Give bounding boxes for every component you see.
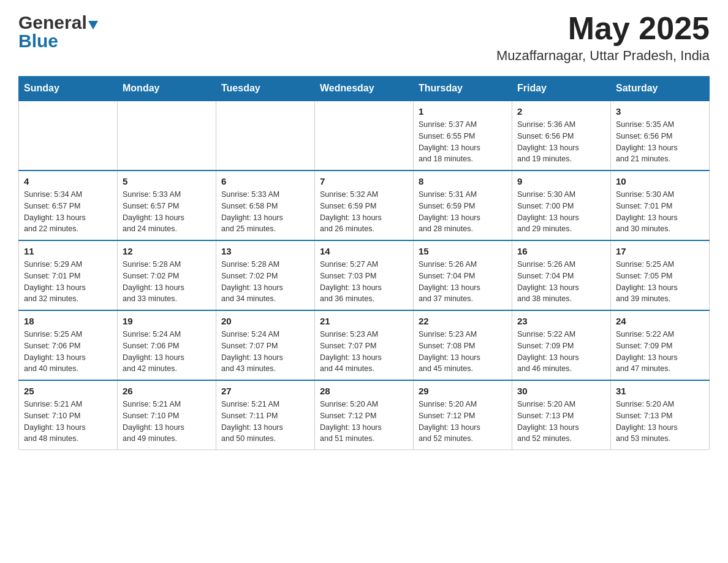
day-number: 1 — [419, 106, 507, 117]
table-row: 2Sunrise: 5:36 AMSunset: 6:56 PMDaylight… — [512, 101, 611, 170]
day-number: 15 — [419, 246, 507, 256]
day-info: Sunrise: 5:26 AMSunset: 7:04 PMDaylight:… — [517, 259, 605, 305]
calendar-week-row: 25Sunrise: 5:21 AMSunset: 7:10 PMDayligh… — [19, 380, 710, 450]
location-subtitle: Muzaffarnagar, Uttar Pradesh, India — [496, 48, 710, 64]
table-row: 10Sunrise: 5:30 AMSunset: 7:01 PMDayligh… — [611, 170, 710, 240]
calendar-week-row: 11Sunrise: 5:29 AMSunset: 7:01 PMDayligh… — [19, 240, 710, 310]
table-row: 25Sunrise: 5:21 AMSunset: 7:10 PMDayligh… — [19, 380, 118, 450]
day-number: 19 — [123, 316, 211, 326]
day-number: 31 — [616, 386, 704, 396]
day-number: 7 — [320, 176, 408, 186]
table-row — [19, 101, 118, 170]
day-info: Sunrise: 5:20 AMSunset: 7:13 PMDaylight:… — [517, 399, 605, 445]
col-friday: Friday — [512, 77, 611, 101]
table-row: 9Sunrise: 5:30 AMSunset: 7:00 PMDaylight… — [512, 170, 611, 240]
day-info: Sunrise: 5:23 AMSunset: 7:08 PMDaylight:… — [419, 329, 507, 375]
table-row: 18Sunrise: 5:25 AMSunset: 7:06 PMDayligh… — [19, 310, 118, 380]
table-row: 30Sunrise: 5:20 AMSunset: 7:13 PMDayligh… — [512, 380, 611, 450]
table-row: 19Sunrise: 5:24 AMSunset: 7:06 PMDayligh… — [118, 310, 216, 380]
day-number: 28 — [320, 386, 408, 396]
col-saturday: Saturday — [611, 77, 710, 101]
calendar-table: Sunday Monday Tuesday Wednesday Thursday… — [18, 76, 710, 450]
day-info: Sunrise: 5:32 AMSunset: 6:59 PMDaylight:… — [320, 189, 408, 235]
logo-blue-text: Blue — [18, 31, 98, 52]
table-row: 17Sunrise: 5:25 AMSunset: 7:05 PMDayligh… — [611, 240, 710, 310]
day-info: Sunrise: 5:36 AMSunset: 6:56 PMDaylight:… — [517, 119, 605, 165]
day-number: 11 — [24, 246, 112, 256]
table-row: 15Sunrise: 5:26 AMSunset: 7:04 PMDayligh… — [414, 240, 512, 310]
page-header: General Blue May 2025 Muzaffarnagar, Utt… — [18, 12, 710, 64]
day-info: Sunrise: 5:37 AMSunset: 6:55 PMDaylight:… — [419, 119, 507, 165]
day-number: 29 — [419, 386, 507, 396]
table-row: 14Sunrise: 5:27 AMSunset: 7:03 PMDayligh… — [315, 240, 414, 310]
day-number: 17 — [616, 246, 704, 256]
day-info: Sunrise: 5:21 AMSunset: 7:10 PMDaylight:… — [123, 399, 211, 445]
day-info: Sunrise: 5:30 AMSunset: 7:01 PMDaylight:… — [616, 189, 704, 235]
table-row: 21Sunrise: 5:23 AMSunset: 7:07 PMDayligh… — [315, 310, 414, 380]
day-info: Sunrise: 5:25 AMSunset: 7:06 PMDaylight:… — [24, 329, 112, 375]
logo-triangle-icon — [88, 21, 98, 29]
day-info: Sunrise: 5:33 AMSunset: 6:58 PMDaylight:… — [221, 189, 309, 235]
day-info: Sunrise: 5:28 AMSunset: 7:02 PMDaylight:… — [123, 259, 211, 305]
day-number: 16 — [517, 246, 605, 256]
day-info: Sunrise: 5:21 AMSunset: 7:11 PMDaylight:… — [221, 399, 309, 445]
day-info: Sunrise: 5:31 AMSunset: 6:59 PMDaylight:… — [419, 189, 507, 235]
table-row: 12Sunrise: 5:28 AMSunset: 7:02 PMDayligh… — [118, 240, 216, 310]
day-info: Sunrise: 5:21 AMSunset: 7:10 PMDaylight:… — [24, 399, 112, 445]
day-info: Sunrise: 5:34 AMSunset: 6:57 PMDaylight:… — [24, 189, 112, 235]
day-number: 13 — [221, 246, 309, 256]
day-number: 30 — [517, 386, 605, 396]
day-info: Sunrise: 5:26 AMSunset: 7:04 PMDaylight:… — [419, 259, 507, 305]
logo-general-text: General — [18, 12, 87, 33]
day-number: 14 — [320, 246, 408, 256]
day-number: 2 — [517, 106, 605, 117]
day-number: 23 — [517, 316, 605, 326]
col-wednesday: Wednesday — [315, 77, 414, 101]
day-info: Sunrise: 5:24 AMSunset: 7:07 PMDaylight:… — [221, 329, 309, 375]
table-row: 6Sunrise: 5:33 AMSunset: 6:58 PMDaylight… — [216, 170, 315, 240]
table-row — [315, 101, 414, 170]
table-row: 22Sunrise: 5:23 AMSunset: 7:08 PMDayligh… — [414, 310, 512, 380]
calendar-week-row: 18Sunrise: 5:25 AMSunset: 7:06 PMDayligh… — [19, 310, 710, 380]
day-info: Sunrise: 5:20 AMSunset: 7:12 PMDaylight:… — [320, 399, 408, 445]
day-number: 9 — [517, 176, 605, 186]
table-row: 29Sunrise: 5:20 AMSunset: 7:12 PMDayligh… — [414, 380, 512, 450]
col-monday: Monday — [118, 77, 216, 101]
day-info: Sunrise: 5:20 AMSunset: 7:12 PMDaylight:… — [419, 399, 507, 445]
table-row: 7Sunrise: 5:32 AMSunset: 6:59 PMDaylight… — [315, 170, 414, 240]
calendar-header-row: Sunday Monday Tuesday Wednesday Thursday… — [19, 77, 710, 101]
day-info: Sunrise: 5:20 AMSunset: 7:13 PMDaylight:… — [616, 399, 704, 445]
table-row: 1Sunrise: 5:37 AMSunset: 6:55 PMDaylight… — [414, 101, 512, 170]
day-number: 22 — [419, 316, 507, 326]
day-number: 8 — [419, 176, 507, 186]
day-number: 12 — [123, 246, 211, 256]
day-info: Sunrise: 5:23 AMSunset: 7:07 PMDaylight:… — [320, 329, 408, 375]
day-number: 4 — [24, 176, 112, 186]
table-row: 5Sunrise: 5:33 AMSunset: 6:57 PMDaylight… — [118, 170, 216, 240]
table-row: 27Sunrise: 5:21 AMSunset: 7:11 PMDayligh… — [216, 380, 315, 450]
title-block: May 2025 Muzaffarnagar, Uttar Pradesh, I… — [496, 12, 710, 64]
calendar-week-row: 4Sunrise: 5:34 AMSunset: 6:57 PMDaylight… — [19, 170, 710, 240]
day-info: Sunrise: 5:24 AMSunset: 7:06 PMDaylight:… — [123, 329, 211, 375]
day-number: 27 — [221, 386, 309, 396]
day-number: 24 — [616, 316, 704, 326]
table-row: 13Sunrise: 5:28 AMSunset: 7:02 PMDayligh… — [216, 240, 315, 310]
logo: General Blue — [18, 12, 98, 52]
day-number: 20 — [221, 316, 309, 326]
day-number: 3 — [616, 106, 704, 117]
day-number: 10 — [616, 176, 704, 186]
day-info: Sunrise: 5:30 AMSunset: 7:00 PMDaylight:… — [517, 189, 605, 235]
table-row — [216, 101, 315, 170]
calendar-week-row: 1Sunrise: 5:37 AMSunset: 6:55 PMDaylight… — [19, 101, 710, 170]
day-info: Sunrise: 5:35 AMSunset: 6:56 PMDaylight:… — [616, 119, 704, 165]
table-row: 24Sunrise: 5:22 AMSunset: 7:09 PMDayligh… — [611, 310, 710, 380]
table-row: 8Sunrise: 5:31 AMSunset: 6:59 PMDaylight… — [414, 170, 512, 240]
day-info: Sunrise: 5:29 AMSunset: 7:01 PMDaylight:… — [24, 259, 112, 305]
day-info: Sunrise: 5:27 AMSunset: 7:03 PMDaylight:… — [320, 259, 408, 305]
table-row: 3Sunrise: 5:35 AMSunset: 6:56 PMDaylight… — [611, 101, 710, 170]
day-info: Sunrise: 5:25 AMSunset: 7:05 PMDaylight:… — [616, 259, 704, 305]
day-number: 26 — [123, 386, 211, 396]
month-year-title: May 2025 — [496, 12, 710, 44]
day-number: 18 — [24, 316, 112, 326]
day-number: 25 — [24, 386, 112, 396]
